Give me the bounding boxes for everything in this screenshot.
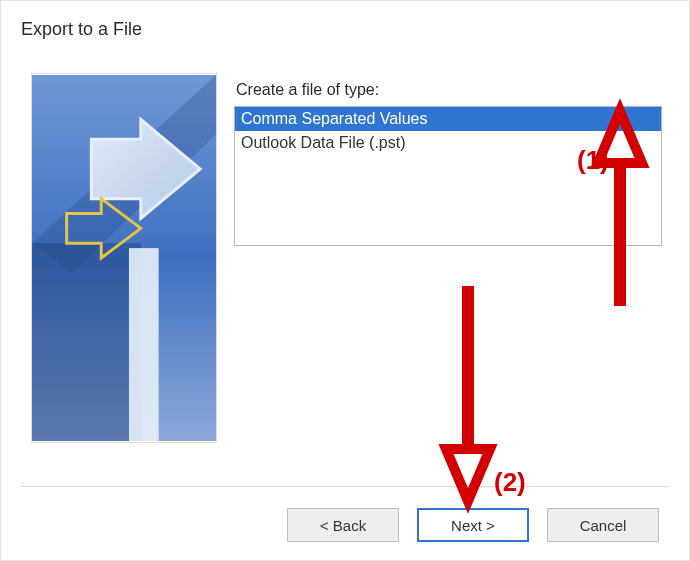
svg-rect-5 bbox=[129, 248, 159, 441]
svg-marker-9 bbox=[446, 449, 490, 501]
cancel-button[interactable]: Cancel bbox=[547, 508, 659, 542]
export-wizard-dialog: Export to a File bbox=[0, 0, 690, 561]
file-type-listbox[interactable]: Comma Separated Values Outlook Data File… bbox=[234, 106, 662, 246]
annotation-label-2: (2) bbox=[494, 467, 526, 497]
svg-marker-1 bbox=[32, 243, 141, 441]
footer-separator bbox=[21, 486, 669, 487]
annotation-arrow-2: (2) bbox=[446, 286, 526, 501]
wizard-button-row: < Back Next > Cancel bbox=[287, 508, 659, 542]
file-type-option-csv[interactable]: Comma Separated Values bbox=[235, 107, 661, 131]
file-type-option-pst[interactable]: Outlook Data File (.pst) bbox=[235, 131, 661, 155]
wizard-arrow-illustration bbox=[32, 73, 216, 443]
wizard-graphic bbox=[31, 73, 217, 443]
next-button[interactable]: Next > bbox=[417, 508, 529, 542]
back-button[interactable]: < Back bbox=[287, 508, 399, 542]
dialog-title: Export to a File bbox=[21, 19, 142, 40]
file-type-label: Create a file of type: bbox=[236, 81, 379, 99]
